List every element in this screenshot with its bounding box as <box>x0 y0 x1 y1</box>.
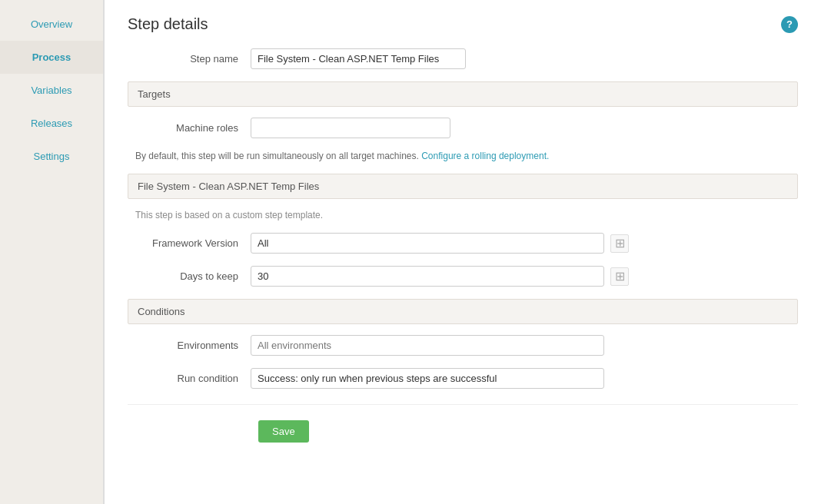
days-to-keep-icon[interactable]: ⊞ <box>610 267 629 286</box>
framework-version-icon[interactable]: ⊞ <box>610 234 629 253</box>
sidebar-item-settings[interactable]: Settings <box>0 140 103 173</box>
step-name-row: Step name <box>128 48 798 69</box>
run-condition-row: Run condition Success: only run when pre… <box>128 368 798 389</box>
page-header: Step details ? <box>128 15 798 33</box>
environments-input[interactable] <box>251 335 604 356</box>
template-note: This step is based on a custom step temp… <box>135 210 798 220</box>
machine-roles-input[interactable] <box>251 118 450 138</box>
run-condition-select[interactable]: Success: only run when previous steps ar… <box>251 368 604 389</box>
conditions-section-header: Conditions <box>128 299 798 324</box>
days-to-keep-field: ⊞ <box>251 266 629 287</box>
save-row: Save <box>128 404 798 443</box>
environments-label: Environments <box>128 340 251 351</box>
framework-version-field: ⊞ <box>251 233 629 254</box>
framework-version-row: Framework Version ⊞ <box>128 233 798 254</box>
sidebar-item-overview[interactable]: Overview <box>0 8 103 41</box>
machine-roles-row: Machine roles <box>128 118 798 138</box>
custom-step-section-header: File System - Clean ASP.NET Temp Files <box>128 174 798 199</box>
page-title: Step details <box>128 15 208 33</box>
days-to-keep-input[interactable] <box>251 266 604 287</box>
targets-section-header: Targets <box>128 81 798 107</box>
help-icon[interactable]: ? <box>781 16 798 33</box>
sidebar-item-variables[interactable]: Variables <box>0 74 103 107</box>
main-content: Step details ? Step name Targets Machine… <box>104 0 821 504</box>
rolling-deployment-link[interactable]: Configure a rolling deployment. <box>421 151 549 161</box>
sidebar-item-releases[interactable]: Releases <box>0 107 103 140</box>
machine-roles-label: Machine roles <box>128 122 251 134</box>
framework-version-input[interactable] <box>251 233 604 254</box>
save-button[interactable]: Save <box>258 420 309 443</box>
run-condition-label: Run condition <box>128 373 251 384</box>
environments-row: Environments <box>128 335 798 356</box>
sidebar-item-process[interactable]: Process <box>0 41 103 74</box>
step-name-label: Step name <box>128 53 251 65</box>
framework-version-label: Framework Version <box>128 237 251 249</box>
rolling-deployment-text: By default, this step will be run simult… <box>135 151 798 161</box>
days-to-keep-row: Days to keep ⊞ <box>128 266 798 287</box>
days-to-keep-label: Days to keep <box>128 270 251 282</box>
sidebar: Overview Process Variables Releases Sett… <box>0 0 104 504</box>
step-name-input[interactable] <box>251 48 466 69</box>
